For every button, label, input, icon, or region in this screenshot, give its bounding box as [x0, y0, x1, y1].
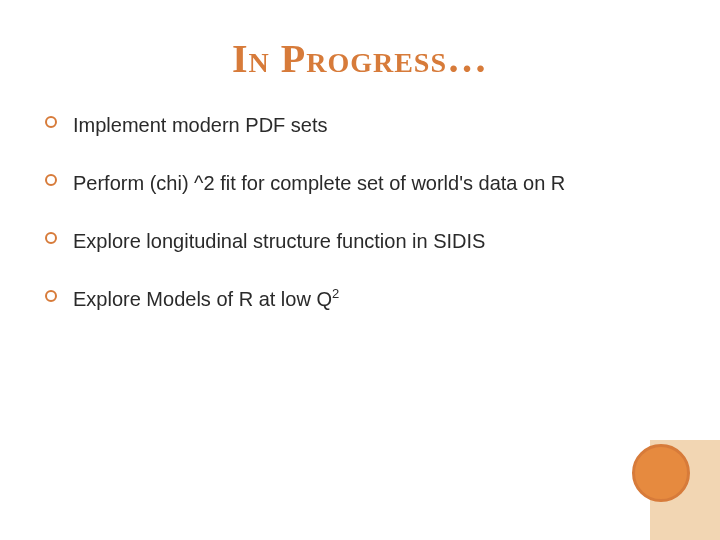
bullet-text: Implement modern PDF sets [73, 114, 328, 136]
bullet-text: Explore Models of R at low Q2 [73, 288, 339, 310]
bullet-icon [45, 290, 57, 302]
bullet-icon [45, 232, 57, 244]
slide: In Progress… Implement modern PDF sets P… [0, 0, 720, 540]
list-item: Implement modern PDF sets [45, 112, 680, 138]
list-item: Explore longitudinal structure function … [45, 228, 680, 254]
slide-title: In Progress… [40, 35, 680, 82]
bullet-icon [45, 174, 57, 186]
decoration-circle [632, 444, 690, 502]
bullet-text: Perform (chi) ^2 fit for complete set of… [73, 172, 565, 194]
bullet-text: Explore longitudinal structure function … [73, 230, 485, 252]
bullet-list: Implement modern PDF sets Perform (chi) … [40, 112, 680, 312]
bullet-icon [45, 116, 57, 128]
list-item: Explore Models of R at low Q2 [45, 286, 680, 312]
list-item: Perform (chi) ^2 fit for complete set of… [45, 170, 680, 196]
